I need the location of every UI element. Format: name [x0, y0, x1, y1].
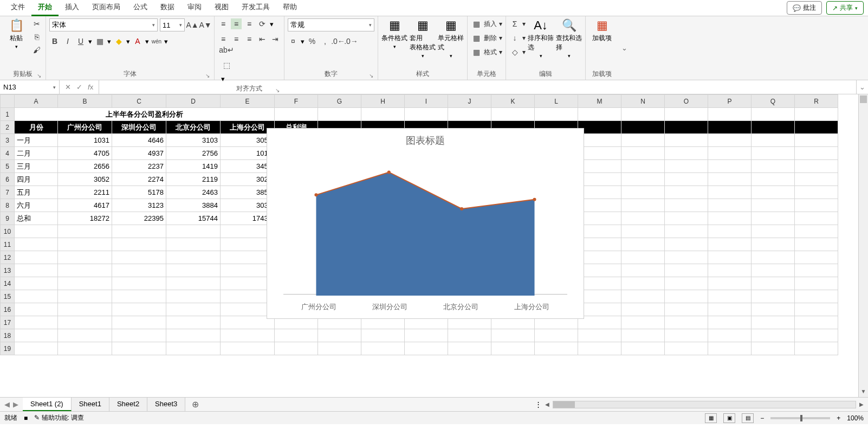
zoom-in-button[interactable]: + [837, 414, 840, 422]
font-color-icon[interactable]: A [132, 36, 143, 47]
cell[interactable] [795, 277, 838, 290]
fill-button[interactable]: ↓▾ [509, 33, 526, 43]
cell[interactable] [795, 108, 838, 121]
number-format-select[interactable]: 常规▾ [288, 18, 374, 31]
autosum-button[interactable]: Σ▾ [509, 18, 526, 29]
cell[interactable] [795, 121, 838, 134]
sheet-tab[interactable]: Sheet3 [147, 398, 185, 411]
cell[interactable] [361, 108, 405, 121]
split-handle-icon[interactable]: ⋮ [535, 400, 542, 408]
cell[interactable]: 北京分公司 [166, 121, 221, 134]
cell[interactable] [708, 303, 752, 316]
cell[interactable] [15, 329, 58, 342]
cell[interactable] [795, 186, 838, 199]
col-header[interactable]: N [621, 95, 665, 108]
cell[interactable] [621, 134, 665, 147]
menu-tab-9[interactable]: 帮助 [276, 0, 303, 16]
cell[interactable]: 3884 [166, 199, 221, 212]
cell[interactable]: 22395 [112, 212, 166, 225]
cell[interactable] [58, 251, 112, 264]
enter-icon[interactable]: ✓ [76, 83, 82, 91]
cell[interactable] [708, 238, 752, 251]
cell[interactable] [621, 160, 665, 173]
cell[interactable] [665, 134, 708, 147]
chart-plot-area[interactable] [283, 158, 567, 295]
select-all-corner[interactable] [1, 95, 15, 108]
cell[interactable] [578, 251, 621, 264]
cell[interactable] [665, 212, 708, 225]
menu-tab-7[interactable]: 视图 [208, 0, 235, 16]
cell[interactable]: 三月 [15, 160, 58, 173]
row-header[interactable]: 8 [1, 199, 15, 212]
col-header[interactable]: F [275, 95, 318, 108]
cell[interactable] [448, 329, 491, 342]
cell[interactable] [621, 186, 665, 199]
cell[interactable] [708, 264, 752, 277]
cell[interactable] [112, 290, 166, 303]
cell[interactable] [58, 225, 112, 238]
row-header[interactable]: 4 [1, 147, 15, 160]
cell[interactable]: 3123 [112, 199, 166, 212]
cell[interactable] [166, 238, 221, 251]
cell[interactable]: 一月 [15, 134, 58, 147]
cell[interactable] [621, 277, 665, 290]
row-header[interactable]: 3 [1, 134, 15, 147]
row-header[interactable]: 7 [1, 186, 15, 199]
zoom-slider[interactable] [770, 417, 830, 419]
next-sheet-icon[interactable]: ▶ [13, 400, 18, 408]
cell[interactable] [166, 290, 221, 303]
cell[interactable] [58, 316, 112, 329]
zoom-out-button[interactable]: − [760, 414, 764, 422]
cell[interactable] [665, 108, 708, 121]
col-header[interactable]: Q [752, 95, 795, 108]
cell[interactable] [708, 290, 752, 303]
cell[interactable] [752, 251, 795, 264]
page-break-button[interactable]: ▤ [742, 413, 754, 423]
cell[interactable] [665, 329, 708, 342]
cell[interactable] [795, 303, 838, 316]
underline-icon[interactable]: U [75, 36, 86, 47]
menu-tab-4[interactable]: 公式 [127, 0, 154, 16]
launcher-icon[interactable]: ↘ [275, 87, 280, 93]
cell[interactable] [166, 264, 221, 277]
cell[interactable] [665, 199, 708, 212]
cell[interactable] [621, 316, 665, 329]
cell[interactable] [275, 108, 318, 121]
cell[interactable]: 2656 [58, 160, 112, 173]
format-painter-icon[interactable]: 🖌 [31, 44, 42, 55]
cell[interactable] [665, 290, 708, 303]
cell[interactable] [752, 264, 795, 277]
cell[interactable] [795, 225, 838, 238]
formula-input[interactable] [99, 80, 856, 94]
cell[interactable] [752, 199, 795, 212]
prev-sheet-icon[interactable]: ◀ [4, 400, 10, 408]
cell[interactable] [491, 329, 535, 342]
cell[interactable]: 2463 [166, 186, 221, 199]
cell[interactable] [578, 264, 621, 277]
hscroll-thumb[interactable] [553, 401, 575, 408]
font-name-select[interactable]: 宋体▾ [49, 18, 158, 31]
align-bottom-icon[interactable]: ≡ [244, 18, 255, 29]
cell[interactable]: 4705 [58, 147, 112, 160]
table-format-button[interactable]: ▦套用 表格格式▾ [410, 18, 436, 59]
cell[interactable] [752, 238, 795, 251]
vertical-scrollbar[interactable]: ▲ ▼ [858, 94, 868, 397]
cell[interactable] [621, 264, 665, 277]
cell[interactable] [15, 251, 58, 264]
cell[interactable] [665, 251, 708, 264]
cell[interactable] [708, 212, 752, 225]
macro-record-icon[interactable]: ■ [24, 414, 28, 422]
cell[interactable] [795, 160, 838, 173]
cell[interactable] [15, 342, 58, 355]
align-top-icon[interactable]: ≡ [218, 18, 229, 29]
cell[interactable] [578, 121, 621, 134]
cell[interactable] [795, 342, 838, 355]
row-header[interactable]: 14 [1, 277, 15, 290]
cell[interactable]: 4646 [112, 134, 166, 147]
wrap-text-icon[interactable]: ab↵ [221, 44, 232, 55]
col-header[interactable]: G [318, 95, 361, 108]
cell[interactable]: 15744 [166, 212, 221, 225]
col-header[interactable]: A [15, 95, 58, 108]
decrease-font-icon[interactable]: A▼ [200, 20, 211, 30]
cell[interactable]: 五月 [15, 186, 58, 199]
